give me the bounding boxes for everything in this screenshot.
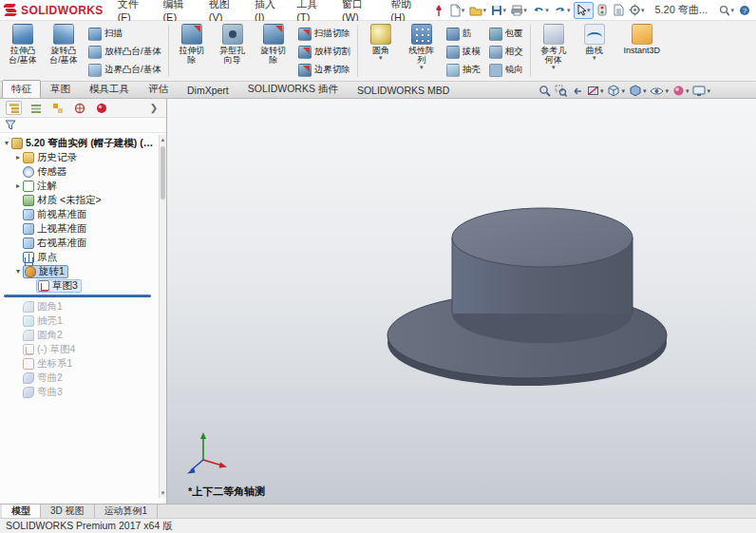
undo-button[interactable]: ▾ (530, 2, 551, 19)
property-manager-tab[interactable] (28, 101, 44, 115)
tab-mold-tools[interactable]: 模具工具 (80, 80, 139, 98)
mirror-icon (489, 64, 502, 77)
document-title: 5.20 弯曲... (654, 3, 708, 17)
tree-item-sketch4[interactable]: (-) 草图4 (2, 342, 157, 356)
coordinate-system-icon (23, 358, 34, 370)
select-cursor-button[interactable]: ▾ (574, 2, 594, 19)
mirror-button[interactable]: 镜向 (485, 61, 527, 79)
menu-pin-button[interactable] (431, 2, 446, 19)
shell-button[interactable]: 抽壳 (443, 61, 484, 79)
new-document-button[interactable]: ▾ (447, 2, 466, 19)
graphics-viewport[interactable]: *上下二等角轴测 (167, 99, 756, 504)
tree-item-front-plane[interactable]: 前视基准面 (2, 207, 157, 221)
swept-boss-button[interactable]: 扫描 (85, 25, 165, 43)
tree-item-annotations[interactable]: ▸ 注解 (2, 179, 157, 193)
zoom-fit-button[interactable] (539, 85, 551, 97)
tree-item-fillet2[interactable]: 圆角2 (2, 328, 157, 342)
draft-button[interactable]: 拔模 (443, 43, 484, 61)
display-manager-tab[interactable] (93, 101, 109, 115)
wrap-button[interactable]: 包覆 (485, 25, 527, 43)
rollback-bar[interactable] (4, 295, 151, 297)
print-button[interactable]: ▾ (509, 2, 529, 19)
boundary-cut-button[interactable]: 边界切除 (294, 61, 354, 79)
curves-button[interactable]: 曲线 ▾ (575, 22, 614, 80)
filter-funnel-icon[interactable] (5, 120, 16, 130)
hat-model[interactable] (167, 99, 756, 504)
tab-dimxpert[interactable]: DimXpert (178, 82, 238, 98)
tree-item-right-plane[interactable]: 右视基准面 (2, 236, 157, 250)
tree-item-sensors[interactable]: 传感器 (2, 164, 157, 179)
heads-up-view-toolbar: ▾ ▾ ▾ ▾ ▾ ▾ (539, 85, 754, 98)
edit-appearance-button[interactable]: ▾ (672, 85, 690, 97)
hole-wizard-button[interactable]: 异型孔 向导 (213, 22, 253, 80)
open-button[interactable]: ▾ (467, 2, 488, 19)
panel-flyout-chevron[interactable]: ❯ (147, 103, 161, 113)
expand-caret-icon[interactable]: ▾ (2, 139, 11, 147)
tree-item-label: 弯曲3 (37, 386, 63, 399)
view-orientation-button[interactable]: ▾ (607, 85, 625, 97)
revolved-boss-button[interactable]: 旋转凸 台/基体 (44, 22, 84, 80)
tree-item-origin[interactable]: 原点 (2, 250, 157, 264)
previous-view-button[interactable] (571, 85, 583, 97)
fillet-feature-icon (23, 330, 34, 341)
tree-item-history[interactable]: ▸ 历史记录 (2, 150, 157, 164)
expand-caret-icon[interactable]: ▸ (13, 153, 23, 162)
options-button[interactable]: ▾ (627, 2, 647, 19)
dimxpert-manager-tab[interactable] (71, 101, 87, 115)
hat-crown-top[interactable] (452, 208, 633, 267)
search-button[interactable]: ▾ (717, 2, 736, 19)
zoom-area-button[interactable] (555, 85, 567, 97)
reference-geometry-button[interactable]: 参考几 何体 ▾ (534, 22, 574, 80)
tree-item-flex3[interactable]: 弯曲3 (2, 385, 157, 399)
scroll-down-arrow-icon[interactable]: ▼ (160, 488, 166, 498)
scrollbar-thumb[interactable] (161, 146, 165, 200)
tree-item-material[interactable]: 材质 <未指定> (2, 193, 157, 207)
solidworks-window: SOLIDWORKS 文件(F) 编辑(E) 视图(V) 插入(I) 工具(T)… (0, 0, 756, 533)
tree-item-top-plane[interactable]: 上视基准面 (2, 221, 157, 236)
intersect-button[interactable]: 相交 (485, 43, 527, 61)
save-button[interactable]: ▾ (489, 2, 508, 19)
revolved-cut-button[interactable]: 旋转切 除 (254, 22, 293, 80)
tab-motion-study1[interactable]: 运动算例1 (95, 504, 159, 518)
help-button[interactable]: ? (737, 2, 752, 19)
extruded-cut-button[interactable]: 拉伸切 除 (172, 22, 212, 80)
lofted-boss-icon (88, 46, 102, 59)
swept-cut-button[interactable]: 扫描切除 (294, 25, 354, 43)
fillet-button[interactable]: 圆角 ▾ (361, 22, 401, 80)
file-properties-button[interactable] (611, 2, 626, 19)
hide-show-items-button[interactable]: ▾ (650, 86, 669, 97)
display-style-button[interactable]: ▾ (629, 85, 647, 97)
tab-model[interactable]: 模型 (2, 504, 41, 518)
instant3d-button[interactable]: Instant3D (615, 22, 669, 80)
lofted-boss-button[interactable]: 放样凸台/基体 (85, 43, 165, 61)
feature-manager-tab[interactable] (6, 101, 22, 115)
extruded-boss-button[interactable]: 拉伸凸 台/基体 (3, 22, 43, 80)
expand-caret-icon[interactable]: ▸ (13, 181, 23, 190)
tree-item-fillet1[interactable]: 圆角1 (2, 299, 157, 314)
configuration-manager-tab[interactable] (49, 101, 66, 115)
tab-features[interactable]: 特征 (2, 80, 41, 98)
lofted-cut-button[interactable]: 放样切割 (294, 43, 354, 61)
undo-icon (532, 5, 544, 16)
tree-scrollbar[interactable]: ▲ ▼ (159, 135, 166, 498)
tab-solidworks-addins[interactable]: SOLIDWORKS 插件 (238, 80, 348, 98)
tree-root[interactable]: ▾ 5.20 弯曲实例 (帽子建模) (默认<<默认 (2, 136, 157, 150)
tab-evaluate[interactable]: 评估 (139, 80, 178, 98)
tree-item-flex2[interactable]: 弯曲2 (2, 371, 157, 385)
linear-pattern-button[interactable]: 线性阵 列 ▾ (402, 22, 442, 80)
view-settings-button[interactable]: ▾ (692, 86, 710, 97)
tree-item-sketch3[interactable]: 草图3 (2, 278, 157, 293)
tab-sketch[interactable]: 草图 (41, 80, 80, 98)
tree-item-shell1[interactable]: 抽壳1 (2, 314, 157, 328)
tree-item-revolve1[interactable]: ▾ 旋转1 (2, 264, 157, 278)
scroll-up-arrow-icon[interactable]: ▲ (160, 135, 166, 144)
rebuild-button[interactable] (595, 2, 610, 19)
section-view-button[interactable]: ▾ (587, 85, 604, 97)
redo-button[interactable]: ▾ (552, 2, 573, 19)
boundary-boss-button[interactable]: 边界凸台/基体 (85, 61, 165, 79)
expand-caret-icon[interactable]: ▾ (13, 267, 23, 276)
tab-3d-views[interactable]: 3D 视图 (41, 504, 95, 518)
tree-item-coordinate-system1[interactable]: 坐标系1 (2, 356, 157, 371)
rib-button[interactable]: 筋 (443, 25, 484, 43)
tab-solidworks-mbd[interactable]: SOLIDWORKS MBD (348, 82, 459, 98)
